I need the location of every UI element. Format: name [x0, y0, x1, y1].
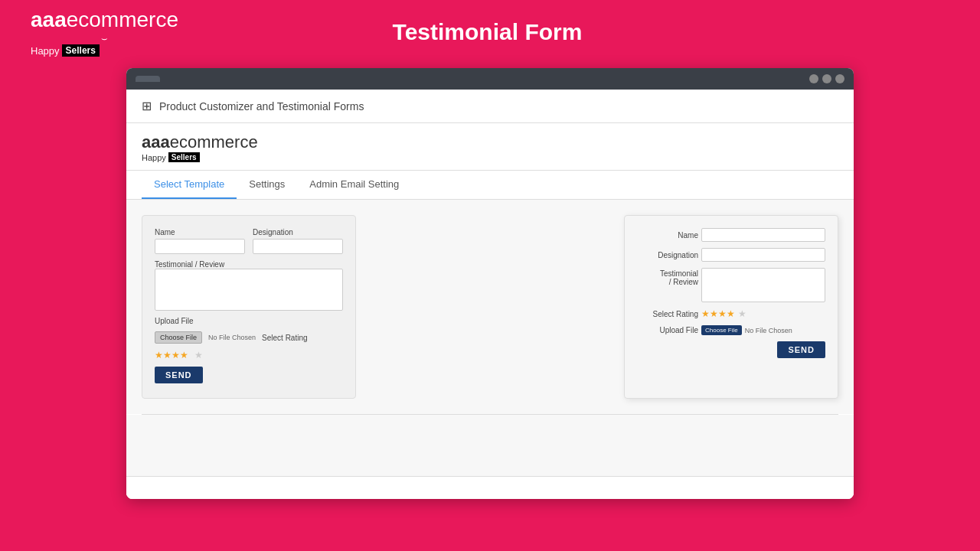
t2-name-label: Name: [637, 231, 698, 240]
page-title: Testimonial Form: [178, 19, 796, 45]
stars-filled-1: ★★★★: [155, 350, 188, 360]
designation-input[interactable]: [253, 239, 343, 254]
t2-designation-row: Designation: [637, 248, 825, 262]
browser-dot-1: [809, 74, 818, 83]
logo-subtext: Happy Sellers: [31, 44, 178, 57]
name-label: Name: [155, 228, 245, 236]
t2-testimonial-textarea[interactable]: [701, 268, 825, 302]
site-logo: aaaecommerce ⌣ Happy Sellers: [31, 8, 178, 57]
designation-group: Designation: [253, 228, 343, 254]
plugin-logo-area: aaaecommerce Happy Sellers: [126, 123, 854, 171]
designation-label: Designation: [253, 228, 343, 236]
send-button-1[interactable]: SEND: [155, 367, 203, 383]
bottom-content-area: [126, 415, 854, 476]
top-bar: aaaecommerce ⌣ Happy Sellers Testimonial…: [0, 0, 980, 64]
browser-dot-3: [835, 74, 844, 83]
form-row-name-designation: Name Designation: [155, 228, 343, 254]
upload-label: Upload File: [155, 317, 343, 325]
bottom-bar: [126, 476, 854, 499]
middle-spacer: [371, 215, 609, 399]
template-card-2[interactable]: Name Designation Testimonial/ Review Sel…: [624, 215, 838, 399]
plugin-logo-prefix: aaa: [142, 132, 170, 152]
t2-rating-label: Select Rating: [637, 310, 698, 318]
tabs-container: Select Template Settings Admin Email Set…: [126, 171, 854, 200]
send-button-row: SEND: [155, 367, 343, 383]
template-card-1[interactable]: Name Designation Testimonial / Review Up…: [142, 215, 356, 399]
t2-name-input[interactable]: [701, 228, 825, 242]
plugin-happy: Happy: [142, 153, 166, 162]
send-button-2[interactable]: SEND: [777, 341, 825, 358]
t2-no-file-text: No File Chosen: [745, 327, 792, 334]
name-input[interactable]: [155, 239, 245, 254]
t2-testimonial-row: Testimonial/ Review: [637, 268, 825, 302]
t2-stars-filled: ★★★★: [701, 308, 735, 319]
t2-rating-row: Select Rating ★★★★★: [637, 308, 825, 319]
main-content: Name Designation Testimonial / Review Up…: [126, 200, 854, 414]
browser-chrome: [126, 68, 854, 90]
logo-prefix: aaa: [31, 8, 67, 31]
t2-designation-input[interactable]: [701, 248, 825, 262]
testimonial-textarea[interactable]: [155, 269, 343, 311]
logo-smile: ⌣: [31, 32, 178, 44]
logo-happy: Happy: [31, 45, 60, 57]
no-file-text: No File Chosen: [208, 334, 256, 341]
browser-controls: [809, 74, 844, 83]
logo-main: ecommerce: [67, 8, 178, 31]
logo-sellers-badge: Sellers: [62, 44, 100, 57]
browser-tab[interactable]: [136, 76, 160, 82]
tab-select-template[interactable]: Select Template: [142, 171, 237, 199]
plugin-logo-sub: Happy Sellers: [142, 152, 838, 162]
browser-dot-2: [822, 74, 831, 83]
testimonial-group: Testimonial / Review: [155, 260, 343, 311]
testimonial-label: Testimonial / Review: [155, 260, 343, 269]
plugin-area: ⊞ Product Customizer and Testimonial For…: [126, 90, 854, 499]
plugin-logo-main: ecommerce: [170, 132, 258, 152]
t2-designation-label: Designation: [637, 251, 698, 259]
tab-admin-email[interactable]: Admin Email Setting: [297, 171, 411, 199]
name-group: Name: [155, 228, 245, 254]
choose-file-button[interactable]: Choose File: [155, 331, 202, 344]
tab-settings[interactable]: Settings: [237, 171, 297, 199]
t2-name-row: Name: [637, 228, 825, 242]
plugin-header: ⊞ Product Customizer and Testimonial For…: [126, 90, 854, 123]
plugin-logo: aaaecommerce: [142, 132, 838, 152]
t2-upload-row: Upload File Choose File No File Chosen: [637, 325, 825, 335]
upload-row: Upload File Choose File No File Chosen S…: [155, 317, 343, 360]
stars-empty-1: ★: [194, 350, 203, 360]
t2-stars-empty: ★: [738, 308, 746, 319]
t2-choose-file-button[interactable]: Choose File: [701, 325, 742, 335]
logo-text: aaaecommerce: [31, 8, 178, 32]
plugin-sellers: Sellers: [168, 152, 200, 162]
t2-upload-label: Upload File: [637, 326, 698, 334]
t2-send-row: SEND: [637, 341, 825, 358]
rating-label-1: Select Rating: [262, 334, 307, 342]
browser-window: ⊞ Product Customizer and Testimonial For…: [126, 68, 854, 499]
t2-testimonial-label: Testimonial/ Review: [637, 268, 698, 286]
plugin-icon: ⊞: [142, 99, 152, 113]
plugin-breadcrumb: Product Customizer and Testimonial Forms: [159, 100, 364, 112]
